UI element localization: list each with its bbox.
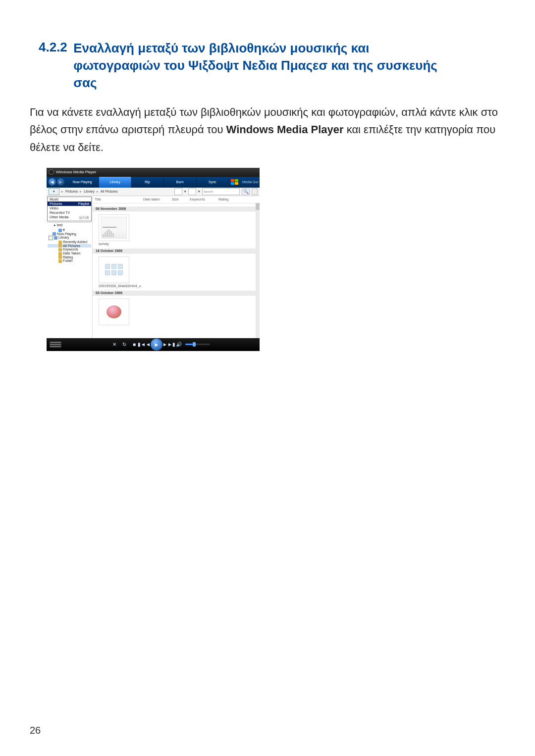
tree-node-date-taken[interactable]: Date Taken (48, 252, 91, 255)
svg-rect-0 (231, 179, 234, 182)
breadcrumb-sep: ▸ (97, 190, 99, 194)
repeat-button[interactable]: ↻ (121, 341, 128, 348)
group-heading: 18 October 2006 (93, 249, 260, 253)
column-rating[interactable]: Rating (216, 198, 240, 201)
scrollbar[interactable] (256, 203, 260, 338)
tree-node-keywords[interactable]: Keywords (48, 248, 91, 252)
tab-now-playing[interactable]: Now Playing (66, 177, 99, 188)
svg-rect-3 (235, 182, 238, 185)
category-option-pictures[interactable]: PicturesPlaylist (48, 202, 91, 206)
tree-sep: ▸ test (47, 222, 92, 228)
column-date-taken[interactable]: Date taken (141, 198, 170, 201)
nav-tree: ffNow Playing-LibraryRecently AddedAll P… (47, 228, 92, 263)
volume-slider[interactable] (185, 344, 210, 345)
column-title[interactable]: Title (93, 198, 141, 201)
scrollbar-thumb[interactable] (256, 203, 260, 210)
group-heading: 03 October 2006 (93, 291, 260, 296)
thumbnail[interactable] (99, 256, 129, 283)
window-titlebar: Windows Media Player (47, 168, 260, 177)
section-title: Εναλλαγή μεταξύ των βιβλιοθηκών μουσικής… (73, 40, 445, 92)
wmp-screenshot: Windows Media Player ◄ ► Now PlayingLibr… (47, 168, 260, 351)
breadcrumb-bar: ▾ ▸ Pictures ▸ Library ▸ All Pictures ▾ … (47, 188, 260, 196)
breadcrumb-2[interactable]: Library (84, 190, 94, 193)
column-size[interactable]: Size (170, 198, 188, 201)
tree-stub: ▸ test (47, 223, 92, 228)
svg-rect-1 (235, 179, 238, 182)
mute-button[interactable]: 🔊 (175, 341, 182, 348)
nav-forward-button[interactable]: ► (57, 178, 64, 186)
breadcrumb-1[interactable]: Pictures (65, 190, 78, 193)
section-number: 4.2.2 (39, 40, 67, 55)
next-button[interactable]: ►►▮ (165, 341, 172, 348)
search-input[interactable]: Search (202, 188, 240, 195)
group-heading: 06 November 2006 (93, 206, 260, 211)
media-guide-tab[interactable]: Media Gui (241, 177, 260, 188)
tree-node-now-playing[interactable]: Now Playing (48, 232, 91, 236)
thumbnail[interactable] (99, 299, 129, 325)
prev-button[interactable]: ▮◄◄ (141, 341, 148, 348)
stop-button[interactable]: ■ (131, 341, 138, 348)
tab-library[interactable]: Library (99, 177, 132, 188)
layout-sep: ▾ (198, 190, 200, 194)
play-button[interactable]: ► (151, 339, 162, 351)
nav-back-button[interactable]: ◄ (49, 178, 56, 186)
tab-rip[interactable]: Rip (131, 177, 164, 188)
category-option-recorded-tv[interactable]: Recorded TV (48, 210, 91, 215)
shuffle-button[interactable]: ✕ (111, 341, 118, 348)
breadcrumb-sep: ▸ (80, 190, 82, 194)
column-keywords[interactable]: Keywords (188, 198, 216, 201)
view-sep: ▾ (184, 190, 186, 194)
window-title: Windows Media Player (56, 170, 96, 174)
content-pane: TitleDate takenSizeKeywordsRating 06 Nov… (93, 196, 260, 338)
tab-bar: ◄ ► Now PlayingLibraryRipBurnSync Media … (47, 177, 260, 188)
category-dropdown-button[interactable]: ▾ (49, 188, 59, 195)
tree-node-rating[interactable]: Rating (48, 255, 91, 259)
category-option-other-media[interactable]: Other Media放列表 (48, 215, 91, 221)
view-button[interactable] (174, 188, 182, 195)
search-options-button[interactable] (252, 188, 258, 195)
tree-node-library[interactable]: -Library (48, 236, 91, 240)
body-paragraph: Για να κάνετε εναλλαγή μεταξύ των βιβλιο… (30, 103, 505, 156)
column-headers: TitleDate takenSizeKeywordsRating (93, 196, 260, 203)
tree-node-all-pictures[interactable]: All Pictures (48, 244, 91, 248)
tab-burn[interactable]: Burn (164, 177, 197, 188)
thumbnail[interactable] (99, 214, 129, 241)
player-controls: ✕ ↻ ■ ▮◄◄ ► ►►▮ 🔊 (47, 338, 260, 351)
nav-arrows: ◄ ► (47, 177, 66, 188)
page-number: 26 (30, 725, 41, 736)
thumbnail-caption: 269195308_84ab82b4d4_o (99, 284, 260, 288)
search-go-button[interactable]: 🔍 (242, 188, 250, 195)
category-dropdown-panel: MusicPicturesPlaylistVideoRecorded TVOth… (47, 197, 92, 221)
visualizer-icon (50, 341, 61, 348)
body-bold: Windows Media Player (226, 123, 344, 136)
breadcrumb-sep: ▸ (61, 190, 63, 194)
layout-button[interactable] (188, 188, 196, 195)
tree-node-folder[interactable]: Folder (48, 259, 91, 263)
sidebar: MusicPicturesPlaylistVideoRecorded TVOth… (47, 196, 93, 338)
app-icon (49, 169, 54, 175)
breadcrumb-3[interactable]: All Pictures (101, 190, 118, 193)
svg-rect-2 (231, 182, 234, 185)
tab-sync[interactable]: Sync (197, 177, 229, 188)
thumbnail-caption: survey (99, 242, 260, 246)
windows-flag-icon (231, 179, 239, 185)
category-option-video[interactable]: Video (48, 206, 91, 210)
tree-node-recently-added[interactable]: Recently Added (48, 240, 91, 244)
category-option-music[interactable]: Music (48, 197, 91, 202)
tree-node-ff[interactable]: ff (48, 228, 91, 232)
